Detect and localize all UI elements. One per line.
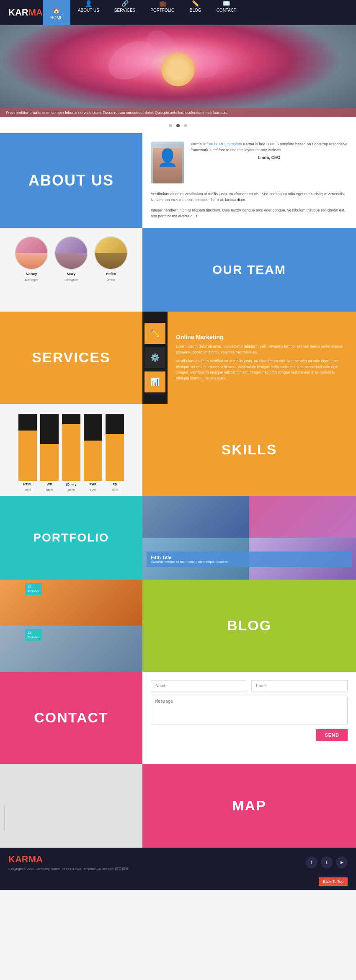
home-icon: 🏠	[53, 8, 60, 14]
service-body1: Lorem ipsum dolor sit amet, consectetur …	[176, 344, 348, 355]
map-divider	[4, 806, 5, 831]
map-section: MAP	[0, 764, 356, 848]
user-icon: 👤	[85, 0, 92, 7]
skills-title-panel: SKILLS	[142, 404, 356, 496]
portfolio-img-1	[142, 496, 249, 538]
portfolio-img-2	[249, 496, 356, 538]
facebook-icon[interactable]: f	[306, 856, 317, 868]
hero-caption: Proin porttitor urna et enim semper lobo…	[0, 108, 356, 117]
dot-1[interactable]	[169, 124, 172, 127]
skill-wp: WP 55%	[40, 414, 59, 492]
hero-dots	[0, 117, 356, 133]
dot-3[interactable]	[184, 124, 187, 127]
nav-logo: KARMA	[8, 7, 43, 18]
team-member-mary: Mary Designer	[54, 236, 88, 282]
mary-role: Designer	[64, 278, 78, 282]
blog-title-panel: BLOG	[142, 580, 356, 672]
gear-icon-box: ⚙️	[144, 347, 165, 368]
about-body2: Integer hendrerit nibh at aliquam tincid…	[151, 207, 348, 219]
blog-images: 22 October 23 October	[0, 580, 142, 672]
skill-bar-html	[18, 431, 37, 481]
mary-avatar	[54, 236, 88, 270]
back-to-top-button[interactable]: Back To Top	[319, 877, 348, 886]
portfolio-section: PORTFOLIO Fifth Title Vivamus tempor sit…	[0, 496, 356, 580]
contact-email-input[interactable]	[251, 680, 348, 691]
skill-label-ps: PS	[113, 482, 117, 486]
ceo-name: Linda, CEO	[191, 155, 348, 160]
contact-section: CONTACT SEND	[0, 672, 356, 764]
blog-image-2: 23 October	[0, 626, 142, 672]
twitter-icon[interactable]: t	[321, 856, 333, 868]
skill-bar-php	[84, 441, 102, 481]
services-left-panel: SERVICES	[0, 312, 142, 404]
navbar: KARMA 🏠 HOME 👤 ABOUT US 🔗 SERVICES 💼 POR…	[0, 0, 356, 25]
portfolio-icon: 💼	[159, 0, 166, 7]
nav-services[interactable]: 🔗 SERVICES	[107, 0, 143, 25]
skill-pct-jquery: 85%	[68, 488, 75, 492]
skill-pct-html: 75%	[24, 488, 31, 492]
about-right-panel: Karma is free HTML5 template Karma is fr…	[142, 133, 356, 228]
skill-bar-outer-php	[84, 414, 102, 481]
ceo-section: Karma is free HTML5 template Karma is fr…	[151, 142, 348, 183]
team-section: Nancy Manager Mary Designer Helen Artist…	[0, 228, 356, 312]
nancy-role: Manager	[25, 278, 38, 282]
about-left-panel: ABOUT US	[0, 133, 142, 228]
mary-name: Mary	[67, 272, 75, 276]
footer-copyright: Copyright © 2084 Company Name | Free HTM…	[8, 867, 306, 871]
footer-logo: KARMA Copyright © 2084 Company Name | Fr…	[8, 854, 306, 871]
about-section: ABOUT US Karma is free HTML5 template Ka…	[0, 133, 356, 228]
skill-jquery: jQuery 85%	[62, 414, 80, 492]
skill-html: HTML 75%	[18, 414, 37, 492]
nancy-avatar	[15, 236, 48, 270]
services-title: SERVICES	[32, 349, 110, 366]
social-links: f t ▶	[306, 856, 348, 868]
contact-left-panel: CONTACT	[0, 672, 142, 764]
nav-links: 🏠 HOME 👤 ABOUT US 🔗 SERVICES 💼 PORTFOLIO…	[43, 0, 244, 25]
youtube-icon[interactable]: ▶	[336, 856, 348, 868]
contact-name-input[interactable]	[151, 680, 247, 691]
helen-avatar	[94, 236, 128, 270]
skills-section: HTML 75% WP 55% jQuery 85% PHP 60%	[0, 404, 356, 496]
nav-contact[interactable]: ✉️ CONTACT	[209, 0, 244, 25]
skills-chart: HTML 75% WP 55% jQuery 85% PHP 60%	[0, 404, 142, 496]
skill-bar-ps	[106, 434, 124, 481]
map-placeholder	[0, 764, 142, 848]
dot-2[interactable]	[176, 124, 180, 127]
nav-about[interactable]: 👤 ABOUT US	[70, 0, 107, 25]
blog-title: BLOG	[227, 617, 271, 634]
footer: KARMA Copyright © 2084 Company Name | Fr…	[0, 848, 356, 877]
about-body1: Vestibulum ac enim Vestibulum at mollis …	[151, 191, 348, 203]
skill-bar-outer-jquery	[62, 414, 80, 481]
hero-section: Proin porttitor urna et enim semper lobo…	[0, 25, 356, 117]
map-title: MAP	[232, 797, 266, 814]
skill-ps: PS 70%	[106, 414, 124, 492]
portfolio-images: Fifth Title Vivamus tempor sit tac metus…	[142, 496, 356, 580]
contact-icon: ✉️	[223, 0, 230, 7]
skill-label-wp: WP	[47, 482, 52, 486]
skill-label-jquery: jQuery	[66, 482, 76, 486]
service-name: Online Marketing	[176, 334, 348, 340]
skill-pct-php: 60%	[90, 488, 96, 492]
skill-bar-jquery	[62, 424, 80, 481]
services-icon: 🔗	[121, 0, 129, 7]
team-title: OUR TEAM	[212, 263, 286, 277]
blog-icon: ✏️	[192, 0, 199, 7]
contact-message-input[interactable]	[151, 696, 348, 725]
portfolio-overlay-text: Vivamus tempor sit tac metus pellentesqu…	[151, 560, 348, 564]
skill-pct-wp: 55%	[46, 488, 53, 492]
portfolio-title: PORTFOLIO	[33, 531, 109, 544]
services-content: Online Marketing Lorem ipsum dolor sit a…	[168, 312, 356, 404]
blog-date-1: 22 October	[25, 583, 42, 595]
helen-name: Helen	[106, 272, 116, 276]
nav-portfolio[interactable]: 💼 PORTFOLIO	[143, 0, 182, 25]
skills-title: SKILLS	[222, 441, 277, 458]
about-intro: Karma is free HTML5 template Karma is fr…	[191, 142, 348, 153]
skill-pct-ps: 70%	[111, 488, 118, 492]
skill-label-php: PHP	[90, 482, 96, 486]
services-section: SERVICES ✏️ ⚙️ 📊 Online Marketing Lorem …	[0, 312, 356, 404]
nancy-name: Nancy	[26, 272, 37, 276]
send-button[interactable]: SEND	[316, 729, 348, 741]
nav-home[interactable]: 🏠 HOME	[43, 0, 70, 25]
nav-blog[interactable]: ✏️ BLOG	[182, 0, 209, 25]
contact-input-row	[151, 680, 348, 691]
